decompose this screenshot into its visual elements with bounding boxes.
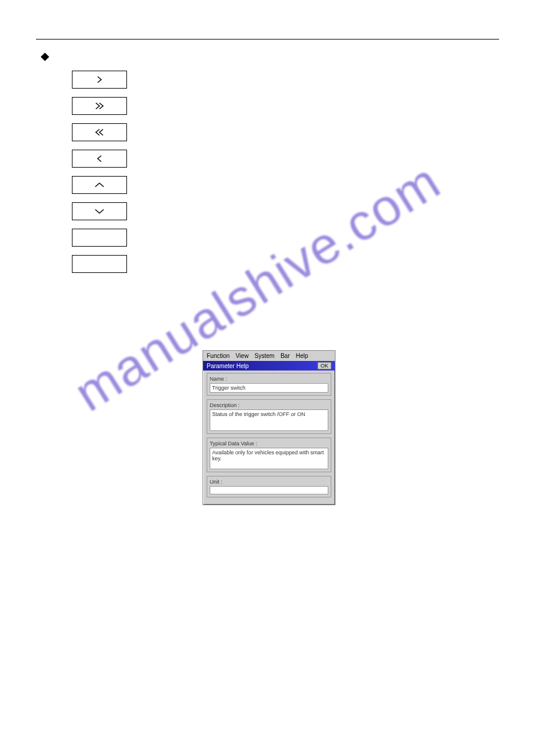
typical-group: Typical Data Value : Available only for … bbox=[207, 438, 331, 472]
menu-system[interactable]: System bbox=[255, 353, 274, 359]
down-button[interactable] bbox=[72, 202, 127, 220]
menu-function[interactable]: Function bbox=[207, 353, 229, 359]
menu-view[interactable]: View bbox=[235, 353, 249, 359]
up-button[interactable] bbox=[72, 176, 127, 194]
diamond-bullet-icon bbox=[41, 53, 49, 61]
dialog-title: Parameter Help bbox=[207, 363, 249, 369]
ok-button[interactable]: OK bbox=[318, 362, 331, 369]
next-button[interactable] bbox=[72, 71, 127, 89]
menu-bar: Function View System Bar Help bbox=[203, 351, 335, 361]
name-label: Name : bbox=[210, 376, 328, 382]
fast-forward-button[interactable] bbox=[72, 97, 127, 115]
top-rule bbox=[36, 39, 499, 40]
description-field[interactable]: Status of the trigger switch /OFF or ON bbox=[210, 409, 328, 431]
page: Function View System Bar Help Parameter … bbox=[0, 0, 535, 756]
typical-field[interactable]: Available only for vehicles equipped wit… bbox=[210, 448, 328, 469]
name-group: Name : Trigger switch bbox=[207, 373, 331, 396]
title-bar: Parameter Help OK bbox=[203, 361, 335, 371]
name-field[interactable]: Trigger switch bbox=[210, 383, 328, 393]
empty-button-1[interactable] bbox=[72, 229, 127, 247]
empty-button-2[interactable] bbox=[72, 255, 127, 273]
description-label: Description : bbox=[210, 402, 328, 408]
section-heading bbox=[42, 51, 499, 60]
description-group: Description : Status of the trigger swit… bbox=[207, 399, 331, 434]
menu-help[interactable]: Help bbox=[296, 353, 309, 359]
button-column bbox=[72, 71, 499, 273]
unit-field[interactable] bbox=[210, 486, 328, 494]
unit-label: Unit : bbox=[210, 479, 328, 485]
dialog-body: Name : Trigger switch Description : Stat… bbox=[203, 371, 335, 505]
parameter-help-dialog: Function View System Bar Help Parameter … bbox=[202, 350, 335, 505]
menu-bar-item[interactable]: Bar bbox=[280, 353, 290, 359]
fast-rewind-button[interactable] bbox=[72, 123, 127, 141]
typical-label: Typical Data Value : bbox=[210, 441, 328, 447]
prev-button[interactable] bbox=[72, 150, 127, 168]
unit-group: Unit : bbox=[207, 476, 331, 497]
